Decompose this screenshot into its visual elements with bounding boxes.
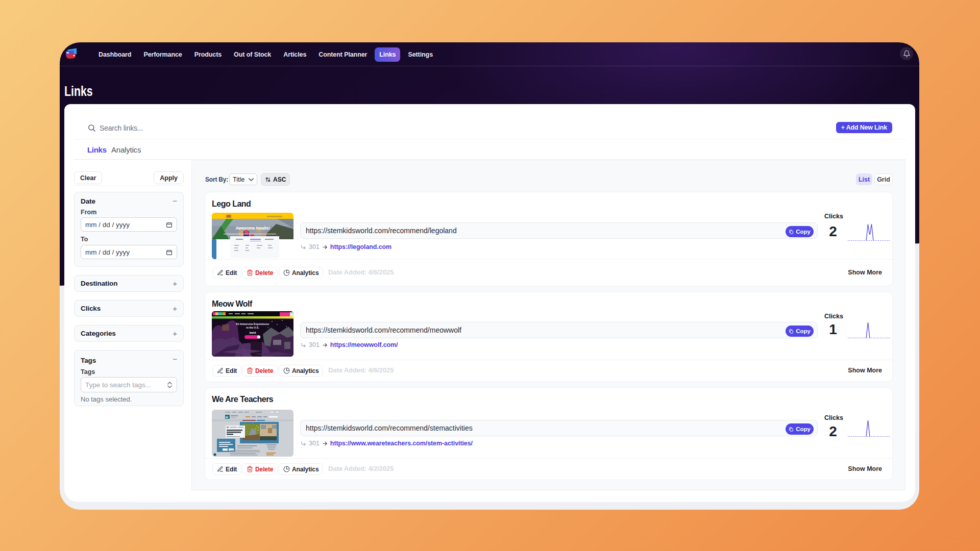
svg-text:Awesome Awaits!: Awesome Awaits! bbox=[235, 226, 270, 231]
svg-text:W: W bbox=[226, 416, 228, 419]
svg-text:61 Immersive Experiences: 61 Immersive Experiences bbox=[236, 322, 270, 325]
svg-text:in the U.S.: in the U.S. bbox=[246, 326, 259, 329]
svg-text:bwld: bwld bbox=[250, 331, 256, 334]
